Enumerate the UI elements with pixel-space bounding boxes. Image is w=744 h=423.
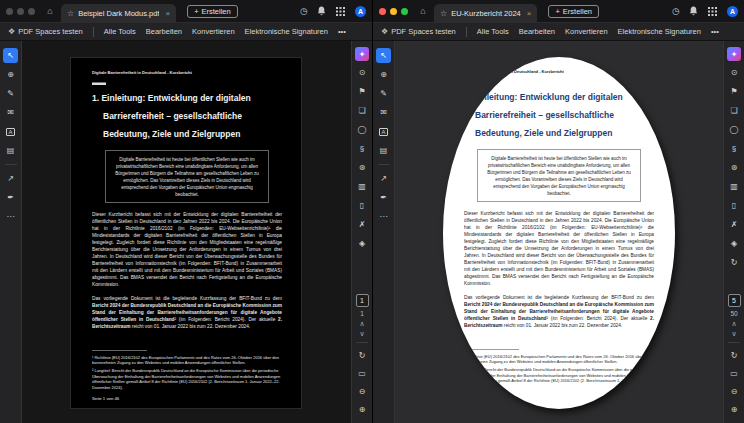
certificates-icon[interactable]: ⊛ xyxy=(727,160,742,175)
menu-pdf-spaces[interactable]: ❖ PDF Spaces testen xyxy=(381,27,456,36)
comment-tool-icon[interactable]: ✉ xyxy=(376,105,391,120)
create-button[interactable]: + Erstellen xyxy=(187,5,238,18)
chevron-up-icon[interactable]: ∧ xyxy=(731,320,736,327)
export-doc-icon[interactable]: ▯ xyxy=(727,198,742,213)
stamp-tool-icon[interactable]: ▤ xyxy=(3,143,18,158)
menu-bearbeiten[interactable]: Bearbeiten xyxy=(519,27,555,36)
zoom-out-icon[interactable]: ⊖ xyxy=(727,384,742,399)
document-tab[interactable]: ☆ Beispiel Dark Modus.pdf × xyxy=(61,4,176,22)
maximize-window-button[interactable] xyxy=(401,8,408,15)
request-signatures-tool-icon[interactable]: ✒ xyxy=(376,190,391,205)
menu-signaturen[interactable]: Elektronische Signaturen xyxy=(618,27,701,36)
history-icon[interactable]: ◷ xyxy=(298,6,310,16)
close-window-button[interactable] xyxy=(6,8,13,15)
home-icon[interactable]: ⌂ xyxy=(44,6,56,16)
star-icon[interactable]: ☆ xyxy=(440,9,447,18)
traffic-lights[interactable] xyxy=(379,8,408,15)
page-number-input[interactable]: 5 xyxy=(728,294,741,307)
comments-panel-icon[interactable]: ◯ xyxy=(727,122,742,137)
chevron-down-icon[interactable]: ∨ xyxy=(731,330,736,337)
zoom-in-icon[interactable]: ⊕ xyxy=(727,402,742,417)
share-tool-icon[interactable]: ↗ xyxy=(376,171,391,186)
close-tab-icon[interactable]: × xyxy=(165,9,170,18)
menu-more[interactable]: ••• xyxy=(338,27,346,36)
tab-label: Beispiel Dark Modus.pdf xyxy=(78,9,159,18)
menu-divider xyxy=(466,27,467,37)
menu-bearbeiten[interactable]: Bearbeiten xyxy=(146,27,182,36)
bookmarks-icon[interactable]: ⚑ xyxy=(727,84,742,99)
zoom-tool-icon[interactable]: ⊕ xyxy=(376,67,391,82)
adobe-logo-icon[interactable]: A xyxy=(355,6,366,17)
menu-konvertieren[interactable]: Konvertieren xyxy=(192,27,235,36)
chevron-up-icon[interactable]: ∧ xyxy=(359,320,364,327)
menu-alle-tools[interactable]: Alle Tools xyxy=(477,27,509,36)
attachments-icon[interactable]: § xyxy=(355,141,370,156)
menu-alle-tools[interactable]: Alle Tools xyxy=(104,27,136,36)
stamp-tool-icon[interactable]: ▤ xyxy=(376,143,391,158)
history-icon[interactable]: ◷ xyxy=(670,6,682,16)
document-tab[interactable]: ☆ EU-Kurzbericht 2024 × xyxy=(434,4,537,22)
minimize-window-button[interactable] xyxy=(390,8,397,15)
more-tools-icon[interactable]: ⋯ xyxy=(3,209,18,224)
comments-panel-icon[interactable]: ◯ xyxy=(355,122,370,137)
search-icon[interactable]: ⊙ xyxy=(727,65,742,80)
protect-icon[interactable]: ◈ xyxy=(355,236,370,251)
home-icon[interactable]: ⌂ xyxy=(417,6,429,16)
stamps-panel-icon[interactable]: ▥ xyxy=(355,179,370,194)
edit-text-tool-icon[interactable]: A xyxy=(376,124,391,139)
apps-grid-icon[interactable] xyxy=(708,7,720,16)
export-doc-icon[interactable]: ▯ xyxy=(355,198,370,213)
menu-pdf-spaces[interactable]: ❖ PDF Spaces testen xyxy=(8,27,83,36)
menu-konvertieren[interactable]: Konvertieren xyxy=(565,27,608,36)
sync-icon[interactable]: ↻ xyxy=(727,255,742,270)
page-thumbnails-icon[interactable]: ❏ xyxy=(355,103,370,118)
rotate-page-icon[interactable]: ↻ xyxy=(727,348,742,363)
share-tool-icon[interactable]: ↗ xyxy=(3,171,18,186)
sign-tool-icon[interactable]: ✎ xyxy=(3,86,18,101)
document-canvas[interactable]: Digitale Barrierefreiheit in Deutschland… xyxy=(22,41,351,423)
stamps-panel-icon[interactable]: ▥ xyxy=(727,179,742,194)
footnote-divider xyxy=(464,350,519,351)
ai-assistant-icon[interactable]: ✦ xyxy=(727,47,741,61)
apps-grid-icon[interactable] xyxy=(336,7,348,16)
chevron-down-icon[interactable]: ∨ xyxy=(359,330,364,337)
adobe-logo-icon[interactable]: A xyxy=(727,6,738,17)
menubar: ❖ PDF Spaces testen Alle Tools Bearbeite… xyxy=(373,22,744,41)
select-tool-icon[interactable]: ↖ xyxy=(376,48,391,63)
traffic-lights[interactable] xyxy=(6,8,35,15)
zoom-in-icon[interactable]: ⊕ xyxy=(355,402,370,417)
sign-tool-icon[interactable]: ✎ xyxy=(376,86,391,101)
page-thumbnails-icon[interactable]: ❏ xyxy=(727,103,742,118)
close-window-button[interactable] xyxy=(379,8,386,15)
certificates-icon[interactable]: ⊛ xyxy=(355,160,370,175)
fit-page-icon[interactable]: ▭ xyxy=(727,366,742,381)
document-canvas[interactable]: Digitale Barrierefreiheit in Deutschland… xyxy=(395,41,723,423)
attachments-icon[interactable]: § xyxy=(727,141,742,156)
fit-page-icon[interactable]: ▭ xyxy=(355,366,370,381)
footnote-1: ¹ Richtlinie (EU) 2016/2102 des Europäis… xyxy=(464,354,654,365)
signature-icon[interactable]: ✗ xyxy=(727,217,742,232)
minimize-window-button[interactable] xyxy=(17,8,24,15)
page-number-input[interactable]: 1 xyxy=(356,294,369,307)
protect-icon[interactable]: ◈ xyxy=(727,236,742,251)
edit-text-tool-icon[interactable]: A xyxy=(3,124,18,139)
zoom-out-icon[interactable]: ⊖ xyxy=(355,384,370,399)
create-button[interactable]: + Erstellen xyxy=(548,5,599,18)
search-icon[interactable]: ⊙ xyxy=(355,65,370,80)
bookmarks-icon[interactable]: ⚑ xyxy=(355,84,370,99)
maximize-window-button[interactable] xyxy=(28,8,35,15)
signature-icon[interactable]: ✗ xyxy=(355,217,370,232)
close-tab-icon[interactable]: × xyxy=(527,9,532,18)
notifications-bell-icon[interactable] xyxy=(317,6,329,16)
request-signatures-tool-icon[interactable]: ✒ xyxy=(3,190,18,205)
zoom-tool-icon[interactable]: ⊕ xyxy=(3,67,18,82)
notifications-bell-icon[interactable] xyxy=(689,6,701,16)
more-tools-icon[interactable]: ⋯ xyxy=(376,209,391,224)
star-icon[interactable]: ☆ xyxy=(67,9,74,18)
comment-tool-icon[interactable]: ✉ xyxy=(3,105,18,120)
menu-signaturen[interactable]: Elektronische Signaturen xyxy=(245,27,328,36)
rotate-page-icon[interactable]: ↻ xyxy=(355,348,370,363)
menu-more[interactable]: ••• xyxy=(711,27,719,36)
select-tool-icon[interactable]: ↖ xyxy=(3,48,18,63)
ai-assistant-icon[interactable]: ✦ xyxy=(355,47,369,61)
